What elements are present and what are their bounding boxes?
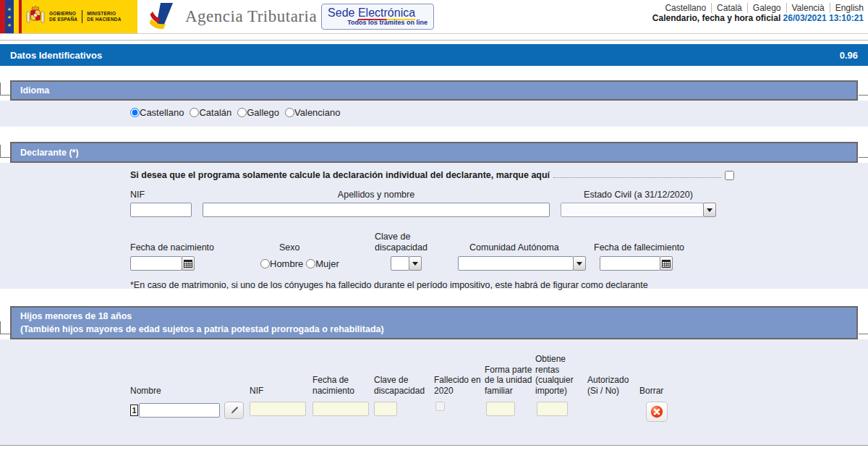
declarante-section: Declarante (*) Si desea que el programa …: [0, 142, 868, 289]
estado-civil-arrow-button[interactable]: [703, 203, 716, 217]
child-nif-field: [250, 402, 306, 416]
language-link-english[interactable]: English: [830, 3, 864, 13]
sexo-option-label[interactable]: Mujer: [315, 258, 339, 269]
fecha-fallecimiento-label: Fecha de fallecimiento: [594, 242, 702, 253]
calendar-icon: [662, 259, 671, 268]
agencia-swoosh-icon: [149, 1, 179, 32]
column-header-clave-discapacidad: Clave de discapacidad: [374, 352, 434, 396]
column-header-borrar: Borrar: [639, 352, 683, 396]
language-link-galego[interactable]: Galego: [748, 3, 787, 13]
apellidos-input[interactable]: [203, 203, 550, 217]
edit-child-button[interactable]: [224, 402, 244, 419]
clock-label: Calendario, fecha y hora oficial: [652, 13, 780, 23]
individual-declaration-checkbox[interactable]: [725, 171, 734, 180]
app-header: ★★★ GOBIERNO DE ESPAÑA: [0, 0, 868, 34]
fecha-fallecimiento-input[interactable]: [600, 256, 660, 271]
child-nombre-input[interactable]: [139, 403, 220, 418]
hijos-section-header: Hijos menores de 18 años (También hijos …: [10, 306, 858, 339]
idioma-section-header: Idioma: [10, 80, 858, 101]
sexo-radio-group: Hombre Mujer: [260, 256, 354, 271]
idioma-radio-valenciano[interactable]: [285, 108, 294, 117]
gobierno-label: GOBIERNO DE ESPAÑA: [49, 11, 77, 22]
apellidos-label: Apellidos y nombre: [203, 190, 550, 200]
hijos-heading-line1: Hijos menores de 18 años: [20, 310, 848, 323]
fecha-nacimiento-calendar-button[interactable]: [182, 256, 195, 271]
official-clock: Calendario, fecha y hora oficial 26/03/2…: [652, 13, 864, 23]
sexo-radio-mujer[interactable]: [306, 259, 315, 268]
column-header-obtiene-rentas: Obtiene rentas (cualquier importe): [535, 352, 587, 396]
clave-discapacidad-label: Clave de discapacidad: [375, 232, 436, 253]
sexo-radio-hombre[interactable]: [260, 259, 270, 268]
column-header-nombre: Nombre: [130, 352, 250, 396]
pencil-icon: [229, 405, 239, 415]
declarante-section-header: Declarante (*): [10, 142, 858, 163]
column-header-fecha-nacimiento: Fecha de nacimiento: [312, 352, 374, 396]
dotted-leader: [553, 177, 721, 178]
chevron-down-icon: [707, 208, 712, 212]
idioma-option-label[interactable]: Catalán: [199, 107, 231, 118]
child-obtiene-rentas-field: [537, 402, 568, 416]
hijos-heading-line2: (También hijos mayores de edad sujetos a…: [20, 323, 848, 336]
comunidad-autonoma-select[interactable]: [458, 256, 574, 271]
hijos-table-header: Nombre NIF Fecha de nacimiento Clave de …: [130, 352, 868, 396]
fecha-fallecimiento-calendar-button[interactable]: [660, 256, 673, 271]
nif-input[interactable]: [130, 203, 192, 217]
individual-declaration-label: Si desea que el programa solamente calcu…: [130, 170, 550, 180]
sede-word: Sede: [328, 7, 354, 19]
coat-of-arms-icon: [26, 3, 45, 30]
idioma-radio-catalan[interactable]: [190, 108, 199, 117]
hijos-section: Hijos menores de 18 años (También hijos …: [0, 306, 868, 446]
page-title: Datos Identificativos: [10, 50, 102, 61]
comunidad-autonoma-arrow-button[interactable]: [573, 256, 586, 271]
fecha-nacimiento-label: Fecha de nacimiento: [130, 242, 247, 253]
eu-spain-flag-icon: ★★★: [0, 0, 22, 33]
language-link-valencia[interactable]: Valencià: [787, 3, 830, 13]
idioma-option-label[interactable]: Valenciano: [294, 107, 340, 118]
child-fecha-nacimiento-field: [312, 402, 369, 416]
child-clave-discapacidad-field: [374, 402, 397, 416]
chevron-down-icon: [412, 262, 418, 266]
delete-child-button[interactable]: [646, 402, 668, 422]
clave-discapacidad-select[interactable]: [391, 256, 409, 271]
nif-label: NIF: [130, 190, 192, 200]
idioma-option-label[interactable]: Castellano: [140, 107, 184, 118]
title-bar: Datos Identificativos 0.96: [0, 44, 868, 66]
page: ★★★ GOBIERNO DE ESPAÑA: [0, 0, 868, 453]
idioma-section: Idioma Castellano Catalán Gallego Valenc…: [0, 80, 868, 127]
column-header-forma-parte: Forma parte de la unidad familiar: [485, 352, 535, 396]
sexo-label: Sexo: [260, 242, 354, 253]
child-table-row: 1: [130, 402, 868, 422]
idioma-radio-group: Castellano Catalán Gallego Valenciano: [130, 107, 868, 118]
calendar-icon: [184, 259, 192, 268]
language-switcher: CastellanoCatalàGalegoValenciàEnglish: [652, 3, 864, 13]
column-header-nif: NIF: [250, 352, 312, 396]
idioma-option-label[interactable]: Gallego: [247, 107, 279, 118]
language-link-catala[interactable]: Català: [712, 3, 748, 13]
separator-rule: [0, 40, 868, 41]
sede-electronica-badge: Sede Electrónica Todos los trámites on l…: [321, 4, 434, 30]
idioma-radio-castellano[interactable]: [130, 108, 140, 117]
clock-value: 26/03/2021 13:10:21: [783, 13, 864, 23]
sexo-option-label[interactable]: Hombre: [270, 258, 303, 269]
estado-civil-label: Estado Civil (a 31/12/2020): [561, 190, 716, 200]
sede-tagline: Todos los trámites on line: [328, 19, 427, 27]
delete-icon: [650, 405, 663, 418]
comunidad-autonoma-label: Comunidad Autónoma: [458, 242, 587, 253]
child-fallecido-checkbox: [435, 402, 445, 411]
language-link-castellano[interactable]: Castellano: [660, 3, 712, 13]
chevron-down-icon: [576, 262, 582, 266]
version-number: 0.96: [840, 50, 858, 61]
column-header-autorizado: Autorizado (Si / No): [587, 352, 639, 396]
gov-divider: [82, 10, 82, 23]
government-branding: GOBIERNO DE ESPAÑA MINISTERIO DE HACIEND…: [22, 0, 137, 33]
clave-discapacidad-arrow-button[interactable]: [409, 256, 422, 271]
child-forma-parte-field: [486, 402, 515, 416]
column-header-fallecido: Fallecido en 2020: [434, 352, 485, 396]
agencia-name: Agencia Tributaria: [185, 7, 317, 26]
ministerio-label: MINISTERIO DE HACIENDA: [87, 11, 121, 22]
estado-civil-select[interactable]: [561, 203, 704, 217]
agencia-tributaria-logo: Agencia Tributaria: [149, 0, 317, 33]
idioma-radio-gallego[interactable]: [237, 108, 247, 117]
child-row-number: 1: [130, 405, 138, 416]
fecha-nacimiento-input[interactable]: [130, 256, 182, 271]
